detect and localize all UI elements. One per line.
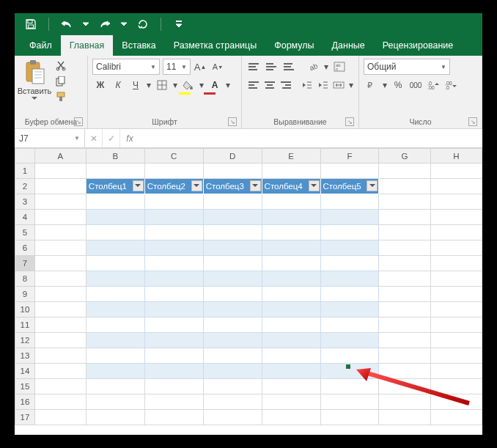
cell[interactable]	[144, 379, 203, 394]
decrease-decimal-icon[interactable]: ,00,0	[443, 77, 459, 93]
cell[interactable]	[262, 164, 320, 179]
cell[interactable]	[34, 394, 86, 410]
table-cell[interactable]	[144, 302, 203, 317]
cell[interactable]	[144, 164, 203, 179]
borders-icon[interactable]	[154, 77, 170, 93]
table-cell[interactable]	[320, 302, 379, 317]
filter-dropdown-icon[interactable]	[191, 180, 202, 191]
table-cell[interactable]	[144, 348, 203, 364]
cell[interactable]	[320, 164, 379, 179]
font-color-icon[interactable]: A	[207, 77, 223, 93]
table-cell[interactable]	[86, 317, 144, 333]
align-left-icon[interactable]	[246, 78, 261, 92]
number-format-combo[interactable]: Общий▼	[364, 59, 450, 75]
cell[interactable]	[34, 271, 86, 287]
column-header[interactable]: G	[379, 149, 430, 164]
cell[interactable]	[34, 302, 86, 317]
cell[interactable]	[34, 364, 86, 379]
table-cell[interactable]	[262, 364, 320, 379]
align-bottom-icon[interactable]	[281, 59, 298, 74]
table-cell[interactable]	[86, 348, 144, 364]
tab-formulas[interactable]: Формулы	[265, 35, 323, 56]
cell[interactable]	[379, 164, 430, 179]
table-cell[interactable]	[144, 317, 203, 333]
table-cell[interactable]	[144, 333, 203, 348]
cell[interactable]	[86, 379, 144, 394]
font-launcher-icon[interactable]: ↘	[228, 117, 237, 126]
cell[interactable]	[379, 410, 430, 425]
cell[interactable]	[379, 240, 430, 256]
table-cell[interactable]	[144, 210, 203, 225]
table-cell[interactable]	[262, 271, 320, 287]
cell[interactable]	[34, 379, 86, 394]
filter-dropdown-icon[interactable]	[250, 180, 261, 191]
fill-color-icon[interactable]	[180, 77, 196, 93]
table-cell[interactable]	[86, 240, 144, 256]
table-cell[interactable]	[262, 240, 320, 256]
cell[interactable]	[430, 179, 482, 194]
table-cell[interactable]	[203, 271, 262, 287]
table-cell[interactable]	[320, 194, 379, 210]
align-top-icon[interactable]	[246, 59, 262, 74]
cell[interactable]	[430, 240, 482, 256]
decrease-indent-icon[interactable]	[300, 77, 314, 93]
table-cell[interactable]	[203, 240, 262, 256]
percent-format-icon[interactable]: %	[390, 77, 406, 93]
table-cell[interactable]	[262, 287, 320, 302]
table-cell[interactable]	[262, 194, 320, 210]
cell[interactable]	[86, 164, 144, 179]
cancel-formula-icon[interactable]: ✕	[85, 129, 103, 147]
formula-input[interactable]	[139, 129, 482, 147]
cell[interactable]	[430, 164, 482, 179]
cell[interactable]	[430, 348, 482, 364]
table-header-cell[interactable]: Столбец5	[320, 179, 379, 194]
table-cell[interactable]	[86, 302, 144, 317]
tab-data[interactable]: Данные	[323, 35, 374, 56]
filter-dropdown-icon[interactable]	[133, 180, 144, 191]
cell[interactable]	[34, 210, 86, 225]
table-cell[interactable]	[203, 333, 262, 348]
cell[interactable]	[379, 194, 430, 210]
cell[interactable]	[430, 317, 482, 333]
table-cell[interactable]	[86, 364, 144, 379]
cell[interactable]	[379, 333, 430, 348]
underline-button[interactable]: Ч	[128, 77, 144, 93]
font-color-dropdown-icon[interactable]: ▾	[224, 77, 232, 93]
table-cell[interactable]	[86, 287, 144, 302]
row-header[interactable]: 10	[15, 302, 35, 317]
table-cell[interactable]	[86, 194, 144, 210]
alignment-launcher-icon[interactable]: ↘	[345, 117, 354, 126]
row-header[interactable]: 15	[15, 379, 35, 394]
row-header[interactable]: 13	[15, 348, 35, 364]
merge-dropdown-icon[interactable]: ▾	[347, 77, 354, 93]
cell[interactable]	[203, 394, 262, 410]
table-cell[interactable]	[262, 348, 320, 364]
cell[interactable]	[34, 287, 86, 302]
decrease-font-icon[interactable]: A▼	[210, 59, 226, 75]
cell[interactable]	[430, 287, 482, 302]
table-cell[interactable]	[262, 225, 320, 240]
table-cell[interactable]	[320, 225, 379, 240]
cell[interactable]	[86, 410, 144, 425]
cell[interactable]	[430, 194, 482, 210]
cell[interactable]	[262, 379, 320, 394]
orientation-icon[interactable]: ab	[305, 59, 321, 75]
bold-button[interactable]: Ж	[92, 77, 108, 93]
underline-dropdown-icon[interactable]: ▾	[145, 77, 152, 93]
table-header-cell[interactable]: Столбец1	[86, 179, 144, 194]
cell[interactable]	[144, 410, 203, 425]
row-header[interactable]: 3	[15, 194, 35, 210]
undo-icon[interactable]	[56, 15, 77, 34]
cell[interactable]	[430, 410, 482, 425]
cell[interactable]	[203, 410, 262, 425]
column-header[interactable]: F	[320, 149, 379, 164]
row-header[interactable]: 4	[15, 210, 35, 225]
table-cell[interactable]	[262, 210, 320, 225]
table-cell[interactable]	[262, 302, 320, 317]
table-cell[interactable]	[203, 302, 262, 317]
row-header[interactable]: 11	[15, 317, 35, 333]
cell[interactable]	[430, 302, 482, 317]
number-launcher-icon[interactable]: ↘	[468, 117, 477, 126]
cell[interactable]	[34, 164, 86, 179]
comma-format-icon[interactable]: 000	[408, 77, 424, 93]
